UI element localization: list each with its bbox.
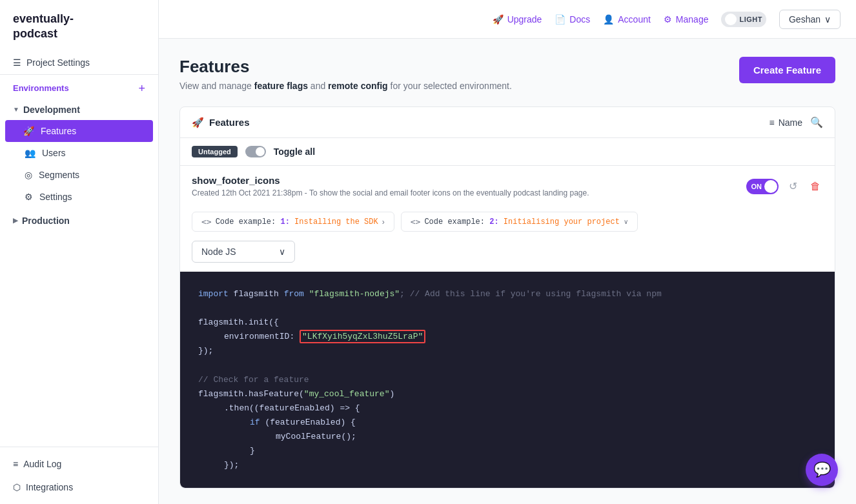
history-button[interactable]: ↺ [786, 177, 800, 195]
sidebar-item-segments[interactable]: ◎ Segments [0, 164, 158, 186]
docs-icon: 📄 [555, 14, 566, 25]
toggle-circle [256, 147, 265, 156]
on-label: ON [751, 183, 762, 190]
features-panel-header: 🚀 Features ≡ Name 🔍 [180, 107, 835, 138]
page-description: View and manage feature flags and remote… [179, 81, 512, 91]
page-content: Features View and manage feature flags a… [159, 39, 856, 504]
project-settings-icon: ☰ [13, 57, 21, 68]
sidebar-item-users[interactable]: 👥 Users [0, 142, 158, 164]
rocket-icon: 🚀 [23, 126, 34, 136]
docs-label: Docs [569, 14, 590, 25]
panel-controls: ≡ Name 🔍 [769, 116, 823, 128]
account-link[interactable]: 👤 Account [603, 14, 651, 25]
production-label: Production [22, 216, 70, 226]
sidebar-item-project-settings[interactable]: ☰ Project Settings [0, 51, 158, 75]
integrations-icon: ⬡ [13, 482, 21, 492]
code-line-8: .then((featureEnabled) => { [198, 401, 817, 416]
production-env-group: ▶ Production [0, 210, 158, 231]
chevron-down-icon: ∨ [824, 14, 831, 25]
filter-label: ≡ Name [769, 117, 802, 128]
chat-fab-button[interactable]: 💬 [806, 454, 838, 486]
code-bracket-icon: <> [201, 217, 212, 227]
user-name: Geshan [789, 14, 820, 25]
desc-suffix: for your selected environment. [388, 81, 512, 91]
example1-text: Installing the SDK [290, 217, 378, 227]
production-group-header[interactable]: ▶ Production [0, 210, 158, 231]
integrations-label: Integrations [26, 482, 73, 492]
app-logo: eventually- podcast [0, 0, 158, 51]
chat-icon: 💬 [813, 461, 831, 478]
development-group-header[interactable]: ▼ Development [0, 99, 158, 120]
settings-icon: ⚙ [25, 192, 33, 202]
code-block: import flagsmith from "flagsmith-nodejs"… [180, 272, 835, 488]
desc-ff: feature flags [254, 81, 308, 91]
code-line-4: }); [198, 344, 817, 358]
feature-row: show_footer_icons Created 12th Oct 2021 … [180, 166, 835, 207]
topnav: 🚀 Upgrade 📄 Docs 👤 Account ⚙ Manage LIGH… [159, 0, 856, 39]
account-icon: 👤 [603, 14, 614, 25]
untagged-toggle[interactable] [245, 146, 266, 157]
sidebar-item-settings[interactable]: ⚙ Settings [0, 186, 158, 208]
audit-icon: ≡ [13, 459, 18, 469]
user-menu[interactable]: Geshan ∨ [779, 10, 841, 29]
feature-name: show_footer_icons [192, 175, 589, 186]
desc-rc: remote config [328, 81, 388, 91]
example2-prefix: Code example: [424, 217, 489, 227]
code-line-12: }); [198, 458, 817, 472]
manage-label: Manage [676, 14, 709, 25]
code-example-1-text: Code example: 1: Installing the SDK [216, 217, 378, 227]
code-line-comment: // Check for a feature [198, 373, 817, 387]
example1-num: 1: [280, 217, 289, 227]
upgrade-link[interactable]: 🚀 Upgrade [493, 14, 542, 25]
example2-num: 2: [489, 217, 498, 227]
code-line-3: environmentID: "LKfXyih5yqZxL3huZ5LraP" [198, 330, 817, 344]
add-environment-button[interactable]: + [138, 83, 145, 94]
code-example-1-button[interactable]: <> Code example: 1: Installing the SDK › [192, 212, 394, 232]
code-example-2-text: Code example: 2: Initialising your proje… [424, 217, 619, 227]
example1-prefix: Code example: [216, 217, 281, 227]
sidebar-item-integrations[interactable]: ⬡ Integrations [0, 476, 158, 499]
features-nav-label: Features [41, 126, 76, 136]
segments-icon: ◎ [25, 170, 32, 180]
users-icon: 👥 [25, 148, 36, 158]
feature-toggle[interactable]: ON [746, 179, 779, 194]
feature-controls: ON ↺ 🗑 [746, 177, 824, 195]
code-line-9: if (featureEnabled) { [198, 416, 817, 430]
code-example-2-button[interactable]: <> Code example: 2: Initialising your pr… [401, 212, 638, 232]
audit-log-label: Audit Log [23, 459, 61, 469]
docs-link[interactable]: 📄 Docs [555, 14, 590, 25]
desc-prefix: View and manage [179, 81, 254, 91]
name-filter-label: Name [779, 117, 802, 128]
panel-title-label: Features [209, 117, 250, 128]
chevron-down-icon: ▼ [13, 106, 19, 113]
chevron-down-icon: ∨ [624, 218, 628, 225]
lang-selected: Node JS [201, 247, 236, 257]
delete-button[interactable]: 🗑 [808, 178, 823, 195]
language-selector[interactable]: Node JS ∨ [192, 241, 295, 263]
manage-link[interactable]: ⚙ Manage [664, 14, 709, 25]
toggle-all-label: Toggle all [274, 146, 315, 157]
development-env-group: ▼ Development 🚀 Features 👥 Users ◎ Segme… [0, 99, 158, 208]
create-feature-button[interactable]: Create Feature [739, 57, 835, 83]
search-button[interactable]: 🔍 [810, 116, 823, 128]
segments-nav-label: Segments [39, 170, 79, 180]
settings-nav-label: Settings [39, 192, 72, 202]
rocket-nav-icon: 🚀 [493, 14, 504, 25]
example2-text: Initialising your project [499, 217, 620, 227]
feature-description: Created 12th Oct 2021 21:38pm - To show … [192, 188, 589, 197]
code-bracket-icon-2: <> [411, 217, 421, 227]
sidebar-item-features[interactable]: 🚀 Features [5, 120, 153, 142]
untagged-badge: Untagged [192, 146, 238, 157]
sidebar-item-audit-log[interactable]: ≡ Audit Log [0, 452, 158, 476]
development-label: Development [23, 105, 80, 115]
features-panel: 🚀 Features ≡ Name 🔍 Untagged Toggle al [179, 106, 835, 489]
page-title-area: Features View and manage feature flags a… [179, 57, 512, 91]
sidebar: eventually- podcast ☰ Project Settings E… [0, 0, 159, 504]
theme-toggle[interactable]: LIGHT [721, 12, 766, 27]
page-title: Features [179, 57, 512, 77]
desc-middle: and [308, 81, 328, 91]
code-line-7: flagsmith.hasFeature("my_cool_feature") [198, 387, 817, 401]
sidebar-footer: ≡ Audit Log ⬡ Integrations [0, 447, 158, 504]
chevron-down-icon: ∨ [279, 247, 285, 257]
main-content: 🚀 Upgrade 📄 Docs 👤 Account ⚙ Manage LIGH… [159, 0, 856, 504]
